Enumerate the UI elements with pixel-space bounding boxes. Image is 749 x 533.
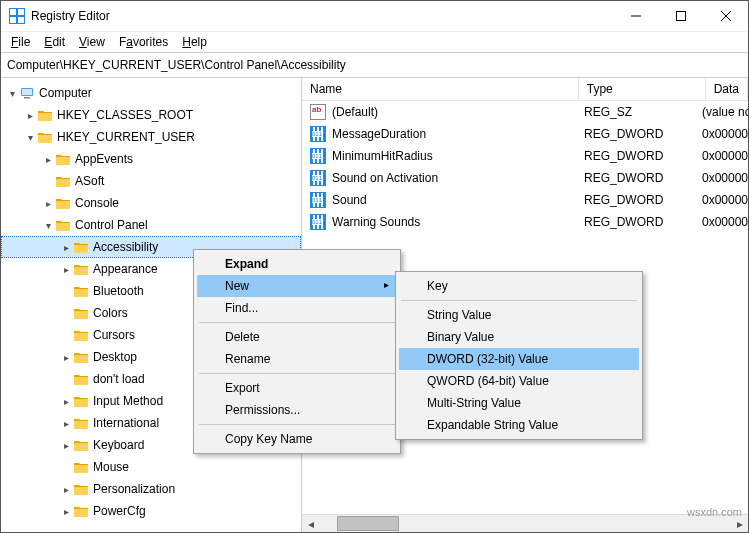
value-type: REG_DWORD: [584, 127, 702, 141]
menu-favorites[interactable]: Favorites: [113, 33, 174, 51]
tree-item-label: Control Panel: [75, 218, 156, 232]
folder-icon: [37, 129, 53, 145]
folder-icon: [37, 107, 53, 123]
folder-icon: [73, 371, 89, 387]
tree-item-label: Mouse: [93, 460, 137, 474]
value-data: 0x00000005 (5): [702, 127, 748, 141]
tree-root[interactable]: ▾ Computer: [1, 82, 301, 104]
tree-item-asoft[interactable]: ▸ ASoft: [1, 170, 301, 192]
tree-item-label: Appearance: [93, 262, 166, 276]
chevron-right-icon[interactable]: ▸: [41, 154, 55, 165]
separator: [199, 322, 395, 323]
tree-item[interactable]: ▸Personalization: [1, 478, 301, 500]
sub-dword[interactable]: DWORD (32-bit) Value: [399, 348, 639, 370]
tree-item[interactable]: ▸Mouse: [1, 456, 301, 478]
ctx-permissions[interactable]: Permissions...: [197, 399, 397, 421]
tree-hkcu[interactable]: ▾ HKEY_CURRENT_USER: [1, 126, 301, 148]
list-row[interactable]: Warning SoundsREG_DWORD0x00000001 (1): [302, 211, 748, 233]
menu-file[interactable]: File: [5, 33, 36, 51]
folder-icon: [73, 349, 89, 365]
chevron-right-icon[interactable]: ▸: [41, 198, 55, 209]
column-name[interactable]: Name: [302, 78, 579, 100]
tree-item[interactable]: ▸PowerCfg: [1, 500, 301, 522]
menu-edit[interactable]: Edit: [38, 33, 71, 51]
scroll-thumb[interactable]: [337, 516, 399, 531]
tree-item-label: Accessibility: [93, 240, 166, 254]
folder-icon: [55, 217, 71, 233]
ctx-export[interactable]: Export: [197, 377, 397, 399]
column-type[interactable]: Type: [579, 78, 706, 100]
chevron-right-icon[interactable]: ▸: [59, 352, 73, 363]
sub-multi[interactable]: Multi-String Value: [399, 392, 639, 414]
chevron-right-icon[interactable]: ▸: [59, 418, 73, 429]
folder-icon: [55, 151, 71, 167]
chevron-right-icon[interactable]: ▸: [59, 242, 73, 253]
sub-qword[interactable]: QWORD (64-bit) Value: [399, 370, 639, 392]
close-button[interactable]: [703, 1, 748, 31]
ctx-find[interactable]: Find...: [197, 297, 397, 319]
chevron-right-icon[interactable]: ▸: [59, 264, 73, 275]
chevron-right-icon[interactable]: ▸: [59, 484, 73, 495]
value-data: 0x00000000 (0): [702, 193, 748, 207]
value-type: REG_SZ: [584, 105, 702, 119]
tree-item-appevents[interactable]: ▸ AppEvents: [1, 148, 301, 170]
value-name: Warning Sounds: [332, 215, 584, 229]
tree-item-label: Console: [75, 196, 127, 210]
list-row[interactable]: MessageDurationREG_DWORD0x00000005 (5): [302, 123, 748, 145]
svg-rect-1: [18, 9, 24, 15]
ctx-new[interactable]: New ▸: [197, 275, 397, 297]
chevron-down-icon[interactable]: ▾: [5, 88, 19, 99]
chevron-right-icon[interactable]: ▸: [59, 440, 73, 451]
ctx-delete[interactable]: Delete: [197, 326, 397, 348]
folder-icon: [73, 393, 89, 409]
address-input[interactable]: [5, 57, 744, 73]
window-title: Registry Editor: [31, 9, 110, 23]
sub-key[interactable]: Key: [399, 275, 639, 297]
column-data[interactable]: Data: [706, 78, 748, 100]
list-row[interactable]: (Default)REG_SZ(value not set): [302, 101, 748, 123]
horizontal-scrollbar[interactable]: ◂ ▸: [302, 514, 748, 532]
list-row[interactable]: SoundREG_DWORD0x00000000 (0): [302, 189, 748, 211]
chevron-right-icon[interactable]: ▸: [59, 506, 73, 517]
tree-item-label: don't load: [93, 372, 153, 386]
menu-help[interactable]: Help: [176, 33, 213, 51]
ctx-new-label: New: [225, 279, 249, 293]
list-row[interactable]: MinimumHitRadiusREG_DWORD0x00000000 (0): [302, 145, 748, 167]
svg-rect-10: [24, 97, 30, 99]
tree-hkcr[interactable]: ▸ HKEY_CLASSES_ROOT: [1, 104, 301, 126]
chevron-right-icon[interactable]: ▸: [59, 396, 73, 407]
tree-item-label: Keyboard: [93, 438, 152, 452]
tree-item-label: Cursors: [93, 328, 143, 342]
tree-item-label: PowerCfg: [93, 504, 154, 518]
value-icon: [310, 148, 326, 164]
ctx-expand[interactable]: Expand: [197, 253, 397, 275]
sub-string[interactable]: String Value: [399, 304, 639, 326]
tree-item-console[interactable]: ▸ Console: [1, 192, 301, 214]
value-type: REG_DWORD: [584, 215, 702, 229]
folder-icon: [73, 327, 89, 343]
value-data: 0x00000001 (1): [702, 215, 748, 229]
chevron-down-icon[interactable]: ▾: [23, 132, 37, 143]
app-icon: [9, 8, 25, 24]
separator: [199, 373, 395, 374]
chevron-down-icon[interactable]: ▾: [41, 220, 55, 231]
ctx-rename[interactable]: Rename: [197, 348, 397, 370]
value-name: MessageDuration: [332, 127, 584, 141]
maximize-button[interactable]: [658, 1, 703, 31]
tree-item-control-panel[interactable]: ▾ Control Panel: [1, 214, 301, 236]
list-row[interactable]: Sound on ActivationREG_DWORD0x00000001 (…: [302, 167, 748, 189]
value-type: REG_DWORD: [584, 171, 702, 185]
menu-view[interactable]: View: [73, 33, 111, 51]
ctx-copy-key[interactable]: Copy Key Name: [197, 428, 397, 450]
sub-binary[interactable]: Binary Value: [399, 326, 639, 348]
svg-rect-2: [10, 17, 16, 23]
registry-editor-window: Registry Editor File Edit View Favorites…: [0, 0, 749, 533]
titlebar: Registry Editor: [1, 1, 748, 32]
sub-expand[interactable]: Expandable String Value: [399, 414, 639, 436]
chevron-right-icon[interactable]: ▸: [23, 110, 37, 121]
value-icon: [310, 214, 326, 230]
folder-icon: [55, 173, 71, 189]
value-icon: [310, 170, 326, 186]
minimize-button[interactable]: [613, 1, 658, 31]
scroll-left-icon[interactable]: ◂: [302, 515, 319, 532]
